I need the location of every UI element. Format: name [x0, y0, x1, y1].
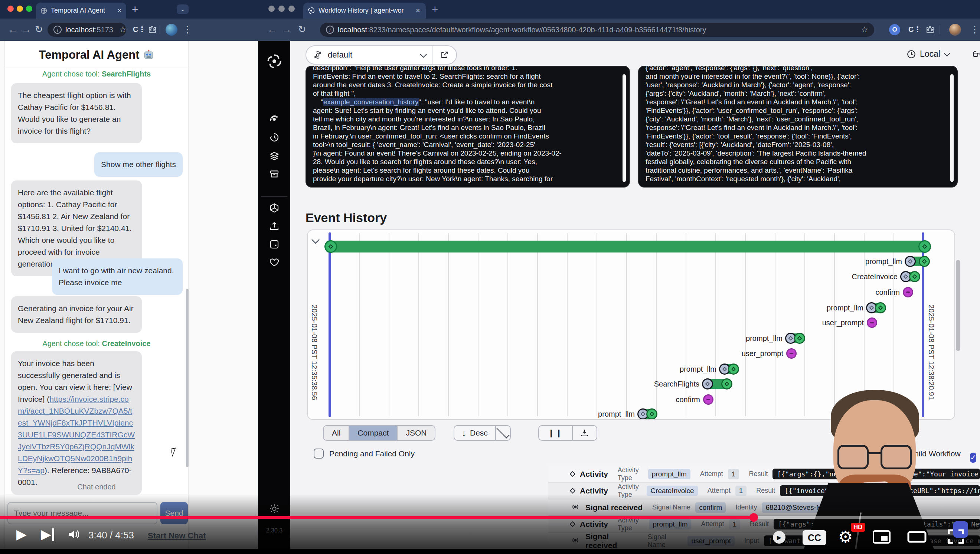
extension-c-icon[interactable]: C⋮	[133, 25, 145, 34]
nav-archive-icon[interactable]	[269, 169, 280, 181]
timeline-signal-icon[interactable]	[903, 287, 913, 298]
filter-local-activity[interactable]: ✓Local Activity	[970, 449, 980, 466]
invoice-link[interactable]: https://invoice.stripe.com/i/acct_1NBOLu…	[18, 395, 135, 474]
timeline-activity-completed-icon[interactable]	[721, 378, 732, 390]
download-icon[interactable]	[573, 428, 597, 438]
nav-schedules-icon[interactable]	[269, 132, 280, 145]
timeline-event-label[interactable]: prompt_llm	[680, 365, 716, 374]
zoom-window-button-inactive[interactable]	[288, 6, 295, 12]
theater-mode-icon[interactable]	[907, 531, 926, 544]
page-scrollbar[interactable]	[956, 260, 960, 351]
workflow-duration-bar[interactable]	[326, 240, 928, 253]
nav-docs-icon[interactable]	[269, 239, 280, 252]
extensions-puzzle-icon[interactable]	[926, 25, 934, 36]
profile-avatar[interactable]	[949, 24, 961, 36]
timeline-activity-scheduled-icon[interactable]	[905, 256, 916, 267]
next-video-icon[interactable]: ▶	[41, 527, 54, 542]
pending-failed-filter[interactable]: Pending and Failed Only	[314, 449, 415, 458]
view-mode-segmented-control[interactable]: All Compact JSON	[323, 425, 436, 441]
nav-feedback-heart-icon[interactable]	[269, 256, 280, 269]
chat-scrollbar[interactable]	[186, 289, 189, 467]
tab-temporal-ai-agent[interactable]: Temporal AI Agent ×	[36, 3, 126, 19]
temporal-logo-icon[interactable]	[267, 54, 282, 70]
pause-icon[interactable]: ❙❙	[539, 428, 572, 438]
new-tab-button[interactable]: +	[132, 4, 138, 15]
timeline-event-label[interactable]: prompt_llm	[598, 410, 635, 419]
timeline-activity-completed-icon[interactable]	[728, 363, 739, 375]
timeline-event-label[interactable]: confirm	[875, 288, 900, 297]
bookmark-star-icon[interactable]: ☆	[119, 25, 127, 35]
timeline-signal-icon[interactable]	[867, 317, 877, 328]
namespace-select[interactable]: default	[305, 45, 457, 65]
workflow-start-marker[interactable]	[325, 240, 337, 253]
view-mode-all[interactable]: All	[324, 426, 349, 440]
address-box[interactable]: i localhost:5173 ☆	[48, 23, 126, 37]
timezone-select[interactable]: Local	[907, 49, 948, 59]
timeline-event-label[interactable]: user_prompt	[742, 349, 783, 358]
code-left-scrollbar[interactable]	[622, 74, 626, 182]
back-icon[interactable]: ←	[267, 24, 277, 34]
collapse-chevron-icon[interactable]	[312, 236, 320, 244]
timeline-event-label[interactable]: confirm	[676, 395, 700, 404]
workflow-result-json[interactable]: {'actor': 'agent', 'response': {'args': …	[638, 66, 958, 188]
timeline-activity-completed-icon[interactable]	[646, 408, 657, 420]
close-tab-icon[interactable]: ×	[416, 6, 420, 15]
minimize-window-button-inactive[interactable]	[278, 6, 285, 12]
open-namespace-button[interactable]	[433, 51, 456, 59]
new-tab-button[interactable]: +	[432, 4, 438, 15]
extension-c-icon[interactable]: C⋮	[908, 25, 921, 34]
nav-import-icon[interactable]	[269, 221, 280, 233]
timeline-event-label[interactable]: user_prompt	[822, 318, 864, 327]
timeline-activity-completed-icon[interactable]	[919, 256, 930, 267]
view-mode-compact[interactable]: Compact	[349, 426, 398, 440]
timeline-activity-completed-icon[interactable]	[875, 302, 886, 314]
timeline-event-label[interactable]: prompt_llm	[746, 334, 783, 343]
volume-icon[interactable]	[68, 528, 81, 542]
workflow-input-json[interactable]: description": "Help the user gather args…	[305, 66, 630, 188]
close-tab-icon[interactable]: ×	[117, 6, 122, 15]
code-right-scrollbar[interactable]	[950, 74, 954, 182]
nav-workflows-icon[interactable]	[269, 113, 280, 126]
autoplay-toggle-icon[interactable]: ▶	[773, 531, 786, 544]
timeline-signal-icon[interactable]	[703, 394, 713, 405]
timeline-activity-completed-icon[interactable]	[909, 271, 920, 282]
play-icon[interactable]: ▶	[16, 527, 27, 542]
chat-message-list[interactable]: Agent chose tool: SearchFlightsThe cheap…	[5, 68, 188, 495]
sort-order-button[interactable]: ↓ Desc	[453, 425, 511, 441]
extensions-puzzle-icon[interactable]	[148, 25, 157, 36]
progress-bar-remaining[interactable]	[754, 516, 980, 519]
timeline-activity-scheduled-icon[interactable]	[702, 378, 713, 390]
close-window-button[interactable]	[8, 6, 14, 12]
site-info-icon[interactable]: i	[54, 25, 62, 34]
back-icon[interactable]: ←	[8, 24, 18, 34]
forward-icon[interactable]: →	[282, 24, 292, 34]
start-new-chat-link[interactable]: Start New Chat	[148, 531, 206, 541]
reload-icon[interactable]: ↻	[298, 24, 306, 34]
checkbox-checked[interactable]: ✓	[970, 453, 976, 463]
reload-icon[interactable]: ↻	[35, 24, 43, 34]
timeline-signal-icon[interactable]	[786, 348, 797, 359]
timeline-event-label[interactable]: prompt_llm	[827, 304, 864, 312]
captions-button[interactable]: CC	[803, 530, 826, 545]
minimize-window-button[interactable]	[17, 6, 23, 12]
extension-blocker-icon[interactable]: O	[889, 24, 900, 35]
timeline-activity-completed-icon[interactable]	[794, 333, 805, 344]
profile-avatar[interactable]	[165, 24, 177, 36]
progress-bar-played[interactable]	[0, 516, 754, 519]
bookmark-star-icon[interactable]: ☆	[861, 25, 868, 35]
timeline-event-label[interactable]: SearchFlights	[654, 380, 699, 388]
view-mode-json[interactable]: JSON	[398, 426, 435, 440]
nav-stack-icon[interactable]	[269, 150, 280, 162]
tab-workflow-history[interactable]: Workflow History | agent-wor ×	[303, 3, 426, 19]
address-box[interactable]: i localhost:8233/namespaces/default/work…	[320, 23, 874, 37]
fullscreen-icon[interactable]	[947, 529, 964, 546]
timeline-event-label[interactable]: prompt_llm	[865, 257, 902, 266]
menu-kebab-icon[interactable]: ⋮	[970, 24, 980, 34]
pending-failed-checkbox[interactable]	[314, 449, 324, 458]
zoom-window-button[interactable]	[26, 6, 32, 12]
nav-namespaces-icon[interactable]	[269, 202, 280, 215]
tab-search-chevron[interactable]: ⌄	[177, 5, 189, 14]
close-window-button-inactive[interactable]	[268, 6, 275, 12]
miniplayer-icon[interactable]	[872, 530, 891, 546]
workflow-end-marker[interactable]	[918, 240, 931, 253]
